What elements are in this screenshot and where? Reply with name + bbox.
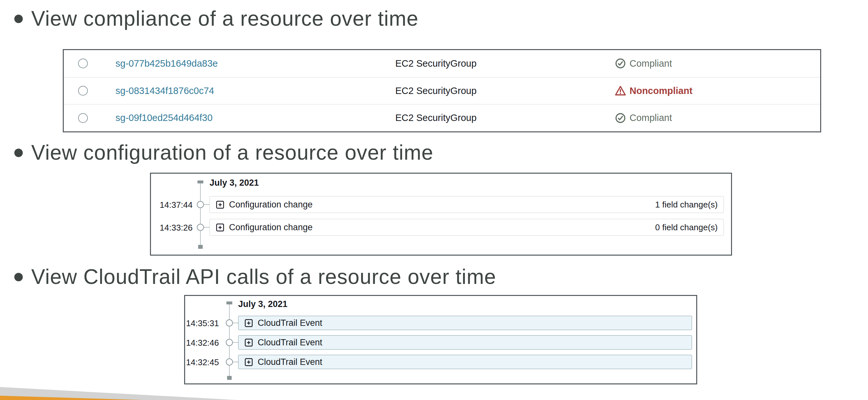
- timeline-node: [226, 319, 233, 327]
- timeline-node: [226, 358, 233, 366]
- timeline-start-marker: [197, 180, 203, 184]
- timeline-node: [226, 339, 233, 346]
- status-badge: Compliant: [615, 58, 672, 69]
- timeline-connector: [233, 323, 238, 323]
- status-badge: Compliant: [615, 112, 672, 124]
- cloudtrail-event-card[interactable]: CloudTrail Event: [238, 316, 692, 330]
- status-label: Noncompliant: [629, 86, 692, 96]
- event-time-label: 14:35:31: [185, 319, 219, 329]
- timeline-date-label: July 3, 2021: [210, 178, 259, 188]
- configuration-timeline-panel: July 3, 2021 14:37:44 Configuration chan…: [150, 173, 732, 256]
- radio-button[interactable]: [78, 86, 88, 96]
- cloudtrail-timeline-panel: July 3, 2021 14:35:31 CloudTrail Event 1…: [184, 295, 697, 385]
- warning-triangle-icon: [615, 85, 626, 96]
- status-label: Compliant: [629, 58, 672, 69]
- timeline-connector: [233, 342, 238, 343]
- slide-root: View compliance of a resource over time …: [0, 0, 868, 400]
- event-time-label: 14:37:44: [151, 200, 193, 210]
- expand-plus-icon[interactable]: [244, 338, 253, 347]
- configuration-change-card[interactable]: Configuration change 0 field change(s): [210, 219, 724, 236]
- resource-type-label: EC2 SecurityGroup: [395, 58, 476, 69]
- event-label: CloudTrail Event: [258, 318, 322, 328]
- field-change-count: 0 field change(s): [655, 223, 718, 233]
- resource-id-link[interactable]: sg-077b425b1649da83e: [116, 58, 218, 69]
- bullet-icon: [14, 14, 23, 23]
- cloudtrail-event-card[interactable]: CloudTrail Event: [238, 335, 692, 349]
- configuration-change-card[interactable]: Configuration change 1 field change(s): [210, 196, 724, 213]
- timeline-node: [197, 201, 204, 208]
- check-circle-icon: [615, 58, 626, 69]
- resource-type-label: EC2 SecurityGroup: [395, 112, 476, 123]
- event-label: Configuration change: [229, 223, 313, 233]
- event-time-label: 14:33:26: [151, 223, 193, 233]
- timeline-connector: [204, 204, 210, 205]
- expand-plus-icon[interactable]: [216, 223, 224, 232]
- radio-button[interactable]: [78, 59, 88, 68]
- timeline-connector: [233, 362, 238, 362]
- status-badge: Noncompliant: [615, 85, 692, 96]
- status-label: Compliant: [629, 112, 672, 123]
- expand-plus-icon[interactable]: [244, 319, 253, 328]
- timeline-date-label: July 3, 2021: [238, 299, 288, 309]
- event-label: Configuration change: [229, 200, 313, 210]
- timeline-connector: [204, 227, 210, 228]
- timeline-start-marker: [226, 301, 232, 304]
- event-time-label: 14:32:45: [185, 357, 219, 367]
- resource-type-label: EC2 SecurityGroup: [395, 86, 476, 96]
- table-row[interactable]: sg-0831434f1876c0c74 EC2 SecurityGroup N…: [64, 77, 820, 104]
- event-label: CloudTrail Event: [258, 357, 322, 367]
- resource-id-link[interactable]: sg-0831434f1876c0c74: [116, 86, 214, 96]
- radio-button[interactable]: [78, 113, 88, 123]
- table-row[interactable]: sg-09f10ed254d464f30 EC2 SecurityGroup C…: [64, 104, 820, 131]
- compliance-table: sg-077b425b1649da83e EC2 SecurityGroup C…: [63, 49, 821, 132]
- bullet-icon: [14, 273, 23, 281]
- resource-id-link[interactable]: sg-09f10ed254d464f30: [116, 112, 212, 123]
- slide-title-configuration: View configuration of a resource over ti…: [31, 141, 433, 164]
- field-change-count: 1 field change(s): [655, 200, 718, 210]
- event-label: CloudTrail Event: [258, 338, 322, 347]
- table-row[interactable]: sg-077b425b1649da83e EC2 SecurityGroup C…: [64, 50, 820, 77]
- bullet-icon: [14, 148, 23, 157]
- timeline-node: [197, 224, 204, 231]
- expand-plus-icon[interactable]: [244, 358, 253, 367]
- expand-plus-icon[interactable]: [216, 200, 224, 209]
- slide-title-cloudtrail: View CloudTrail API calls of a resource …: [31, 265, 496, 288]
- timeline-end-marker: [198, 245, 203, 249]
- timeline-line: [200, 182, 201, 247]
- check-circle-icon: [615, 112, 626, 124]
- timeline-end-marker: [227, 376, 231, 380]
- event-time-label: 14:32:46: [185, 338, 219, 348]
- slide-title-compliance: View compliance of a resource over time: [31, 7, 418, 30]
- cloudtrail-event-card[interactable]: CloudTrail Event: [238, 355, 692, 369]
